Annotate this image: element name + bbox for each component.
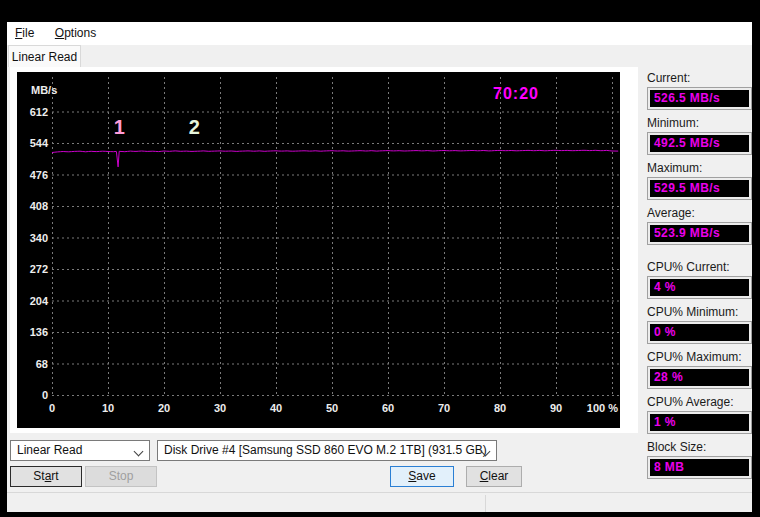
app-window: File Options Linear Read MB/s61254447640… [7,22,752,512]
stat-value: 523.9 MB/s [650,225,749,242]
y-tick: 408 [30,200,48,212]
y-tick: 136 [30,326,48,338]
x-tick: 70 [438,402,450,414]
y-tick: 272 [30,263,48,275]
stat-value: 492.5 MB/s [650,135,749,152]
stat-average: Average: 523.9 MB/s [647,206,752,245]
y-tick: 68 [36,358,48,370]
stat-block-size: Block Size: 8 MB [647,440,752,479]
elapsed-time-label: 70:20 [493,85,539,102]
menu-item-options[interactable]: Options [47,22,104,44]
chart-panel: MB/s612544476408340272204136680010203040… [10,67,638,433]
stat-value: 8 MB [650,459,749,476]
stop-button: Stop [85,466,157,487]
drive-value: Disk Drive #4 [Samsung SSD 860 EVO M.2 1… [164,443,487,457]
x-tick: 30 [214,402,226,414]
stat-cpu-minimum: CPU% Minimum: 0 % [647,305,752,344]
stat-value-box: 526.5 MB/s [647,87,752,110]
chevron-down-icon [134,447,144,457]
stat-value-box: 8 MB [647,456,752,479]
stat-label: Minimum: [647,116,752,130]
y-tick: 0 [42,389,48,401]
stat-value-box: 0 % [647,321,752,344]
stat-label: Maximum: [647,161,752,175]
x-tick: 60 [382,402,394,414]
x-tick: 80 [494,402,506,414]
x-tick: 0 [49,402,55,414]
stat-label: Current: [647,71,752,85]
stat-value: 529.5 MB/s [650,180,749,197]
x-tick: 20 [158,402,170,414]
stat-minimum: Minimum: 492.5 MB/s [647,116,752,155]
x-tick: 40 [270,402,282,414]
status-bar [7,492,752,512]
start-button[interactable]: Start [10,466,82,487]
tab-linear-read[interactable]: Linear Read [8,45,81,67]
stat-value: 4 % [650,279,749,296]
stat-value-box: 4 % [647,276,752,299]
benchmark-plot: MB/s612544476408340272204136680010203040… [17,72,620,428]
y-tick: 340 [30,232,48,244]
x-tick: 50 [326,402,338,414]
y-tick: 612 [30,106,48,118]
save-button[interactable]: Save [390,466,454,487]
y-axis-unit: MB/s [31,84,57,96]
x-tick: 100 % [587,402,618,414]
chart-svg: MB/s612544476408340272204136680010203040… [17,72,620,428]
stat-cpu-maximum: CPU% Maximum: 28 % [647,350,752,389]
stat-value: 526.5 MB/s [650,90,749,107]
clear-button[interactable]: Clear [466,466,522,487]
speed-line [52,150,618,167]
marker-label-1: 1 [114,116,125,138]
tab-strip: Linear Read [7,45,752,67]
stats-panel: Current: 526.5 MB/s Minimum: 492.5 MB/s … [640,67,752,502]
test-type-select[interactable]: Linear Read [10,440,150,461]
stat-label: CPU% Average: [647,395,752,409]
stat-label: CPU% Maximum: [647,350,752,364]
menu-item-file[interactable]: File [7,22,42,44]
stat-cpu-current: CPU% Current: 4 % [647,260,752,299]
stat-cpu-average: CPU% Average: 1 % [647,395,752,434]
marker-label-2: 2 [189,116,200,138]
stat-value-box: 529.5 MB/s [647,177,752,200]
stat-label: CPU% Current: [647,260,752,274]
menu-bar: File Options [7,22,752,45]
stat-value-box: 492.5 MB/s [647,132,752,155]
stat-maximum: Maximum: 529.5 MB/s [647,161,752,200]
stat-value: 28 % [650,369,749,386]
gridlines [52,77,620,396]
drive-select[interactable]: Disk Drive #4 [Samsung SSD 860 EVO M.2 1… [157,440,497,461]
stat-label: CPU% Minimum: [647,305,752,319]
y-tick: 204 [30,295,49,307]
stat-value-box: 28 % [647,366,752,389]
y-tick: 476 [30,169,48,181]
x-tick: 10 [102,402,114,414]
test-type-value: Linear Read [17,443,82,457]
stat-label: Average: [647,206,752,220]
x-tick: 90 [550,402,562,414]
app-screen: File Options Linear Read MB/s61254447640… [0,0,760,517]
stat-label: Block Size: [647,440,752,454]
stat-value: 0 % [650,324,749,341]
stat-value: 1 % [650,414,749,431]
y-tick: 544 [30,137,49,149]
stat-value-box: 523.9 MB/s [647,222,752,245]
stat-value-box: 1 % [647,411,752,434]
status-bar-separator [485,495,486,512]
stat-current: Current: 526.5 MB/s [647,71,752,110]
